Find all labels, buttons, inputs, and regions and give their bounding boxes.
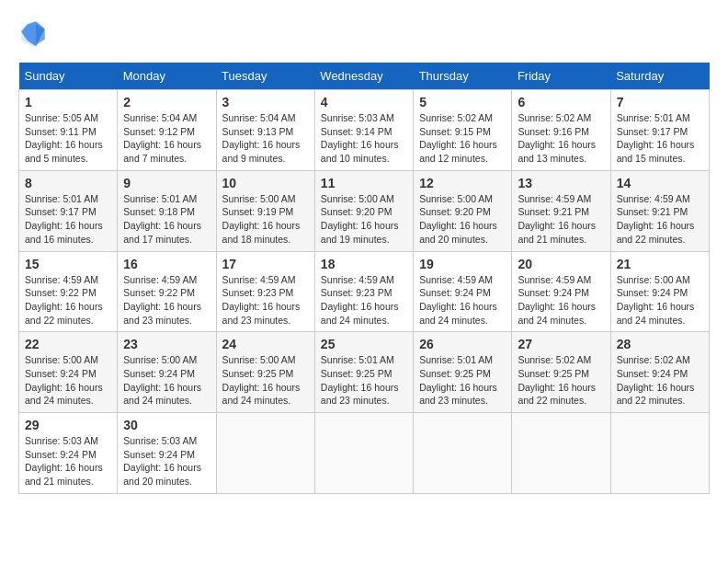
day-info: Sunrise: 4:59 AMSunset: 9:22 PMDaylight:…	[123, 274, 201, 326]
calendar-cell: 18 Sunrise: 4:59 AMSunset: 9:23 PMDaylig…	[314, 251, 413, 332]
day-number: 19	[419, 257, 506, 271]
calendar-week-1: 1 Sunrise: 5:05 AMSunset: 9:11 PMDayligh…	[19, 90, 710, 171]
day-info: Sunrise: 5:01 AMSunset: 9:25 PMDaylight:…	[321, 354, 399, 406]
day-info: Sunrise: 5:04 AMSunset: 9:13 PMDaylight:…	[222, 112, 301, 164]
calendar-cell: 7 Sunrise: 5:01 AMSunset: 9:17 PMDayligh…	[610, 90, 709, 171]
calendar-cell: 24 Sunrise: 5:00 AMSunset: 9:25 PMDaylig…	[216, 332, 314, 413]
calendar-cell: 4 Sunrise: 5:03 AMSunset: 9:14 PMDayligh…	[314, 90, 413, 171]
day-number: 5	[419, 95, 506, 109]
day-number: 4	[321, 95, 407, 109]
calendar-week-2: 8 Sunrise: 5:01 AMSunset: 9:17 PMDayligh…	[19, 170, 710, 251]
calendar-cell: 20 Sunrise: 4:59 AMSunset: 9:24 PMDaylig…	[512, 251, 610, 332]
calendar-cell: 21 Sunrise: 5:00 AMSunset: 9:24 PMDaylig…	[610, 251, 709, 332]
day-info: Sunrise: 4:59 AMSunset: 9:21 PMDaylight:…	[518, 193, 596, 245]
calendar-cell: 6 Sunrise: 5:02 AMSunset: 9:16 PMDayligh…	[512, 90, 610, 171]
day-number: 25	[321, 337, 407, 351]
day-number: 2	[123, 95, 210, 109]
calendar-cell: 14 Sunrise: 4:59 AMSunset: 9:21 PMDaylig…	[610, 170, 709, 251]
day-info: Sunrise: 5:03 AMSunset: 9:24 PMDaylight:…	[25, 435, 103, 487]
day-number: 12	[419, 176, 506, 190]
day-number: 7	[617, 95, 703, 109]
calendar-cell: 8 Sunrise: 5:01 AMSunset: 9:17 PMDayligh…	[19, 170, 118, 251]
calendar-cell	[414, 413, 512, 494]
day-number: 20	[518, 257, 604, 271]
header-saturday: Saturday	[610, 63, 709, 90]
day-number: 9	[123, 176, 210, 190]
calendar-cell	[512, 413, 610, 494]
day-number: 14	[617, 176, 703, 190]
day-number: 16	[123, 257, 210, 271]
calendar-cell: 5 Sunrise: 5:02 AMSunset: 9:15 PMDayligh…	[414, 90, 512, 171]
calendar-cell: 11 Sunrise: 5:00 AMSunset: 9:20 PMDaylig…	[314, 170, 413, 251]
day-number: 6	[518, 95, 604, 109]
header-sunday: Sunday	[19, 63, 118, 90]
day-number: 23	[123, 337, 210, 351]
day-number: 26	[419, 337, 506, 351]
day-info: Sunrise: 5:02 AMSunset: 9:25 PMDaylight:…	[518, 354, 596, 406]
day-number: 13	[518, 176, 604, 190]
calendar-cell	[610, 413, 709, 494]
day-number: 11	[321, 176, 407, 190]
day-info: Sunrise: 5:05 AMSunset: 9:11 PMDaylight:…	[25, 112, 103, 164]
calendar-cell: 19 Sunrise: 4:59 AMSunset: 9:24 PMDaylig…	[414, 251, 512, 332]
day-info: Sunrise: 5:00 AMSunset: 9:19 PMDaylight:…	[222, 193, 301, 245]
day-info: Sunrise: 4:59 AMSunset: 9:21 PMDaylight:…	[617, 193, 695, 245]
day-number: 30	[123, 418, 210, 432]
day-info: Sunrise: 5:01 AMSunset: 9:25 PMDaylight:…	[419, 354, 497, 406]
calendar-cell: 10 Sunrise: 5:00 AMSunset: 9:19 PMDaylig…	[216, 170, 314, 251]
day-number: 15	[25, 257, 111, 271]
day-info: Sunrise: 5:00 AMSunset: 9:20 PMDaylight:…	[419, 193, 497, 245]
header-tuesday: Tuesday	[216, 63, 314, 90]
calendar-cell	[216, 413, 314, 494]
calendar-cell: 17 Sunrise: 4:59 AMSunset: 9:23 PMDaylig…	[216, 251, 314, 332]
calendar-cell	[314, 413, 413, 494]
day-info: Sunrise: 5:03 AMSunset: 9:24 PMDaylight:…	[123, 435, 201, 487]
day-info: Sunrise: 5:00 AMSunset: 9:25 PMDaylight:…	[222, 354, 301, 406]
day-info: Sunrise: 5:00 AMSunset: 9:24 PMDaylight:…	[617, 274, 695, 326]
day-number: 27	[518, 337, 604, 351]
calendar-cell: 9 Sunrise: 5:01 AMSunset: 9:18 PMDayligh…	[118, 170, 216, 251]
day-number: 24	[222, 337, 309, 351]
day-info: Sunrise: 4:59 AMSunset: 9:24 PMDaylight:…	[518, 274, 596, 326]
day-number: 28	[617, 337, 703, 351]
calendar-week-4: 22 Sunrise: 5:00 AMSunset: 9:24 PMDaylig…	[19, 332, 710, 413]
calendar-cell: 2 Sunrise: 5:04 AMSunset: 9:12 PMDayligh…	[118, 90, 216, 171]
day-info: Sunrise: 5:01 AMSunset: 9:17 PMDaylight:…	[617, 112, 695, 164]
calendar-cell: 3 Sunrise: 5:04 AMSunset: 9:13 PMDayligh…	[216, 90, 314, 171]
day-info: Sunrise: 4:59 AMSunset: 9:24 PMDaylight:…	[419, 274, 497, 326]
calendar-cell: 22 Sunrise: 5:00 AMSunset: 9:24 PMDaylig…	[19, 332, 118, 413]
day-info: Sunrise: 5:02 AMSunset: 9:16 PMDaylight:…	[518, 112, 596, 164]
logo	[18, 18, 51, 48]
day-info: Sunrise: 4:59 AMSunset: 9:22 PMDaylight:…	[25, 274, 103, 326]
day-number: 29	[25, 418, 111, 432]
calendar-cell: 29 Sunrise: 5:03 AMSunset: 9:24 PMDaylig…	[19, 413, 118, 494]
day-info: Sunrise: 5:00 AMSunset: 9:20 PMDaylight:…	[321, 193, 399, 245]
day-number: 8	[25, 176, 111, 190]
day-info: Sunrise: 4:59 AMSunset: 9:23 PMDaylight:…	[321, 274, 399, 326]
day-info: Sunrise: 4:59 AMSunset: 9:23 PMDaylight:…	[222, 274, 301, 326]
header-thursday: Thursday	[414, 63, 512, 90]
calendar: SundayMondayTuesdayWednesdayThursdayFrid…	[18, 63, 710, 494]
header-friday: Friday	[512, 63, 610, 90]
logo-icon	[18, 18, 48, 48]
header-monday: Monday	[118, 63, 216, 90]
calendar-cell: 26 Sunrise: 5:01 AMSunset: 9:25 PMDaylig…	[414, 332, 512, 413]
calendar-cell: 1 Sunrise: 5:05 AMSunset: 9:11 PMDayligh…	[19, 90, 118, 171]
day-info: Sunrise: 5:04 AMSunset: 9:12 PMDaylight:…	[123, 112, 201, 164]
day-number: 1	[25, 95, 111, 109]
page-header	[18, 18, 710, 48]
day-number: 18	[321, 257, 407, 271]
calendar-cell: 27 Sunrise: 5:02 AMSunset: 9:25 PMDaylig…	[512, 332, 610, 413]
day-number: 21	[617, 257, 703, 271]
day-number: 3	[222, 95, 309, 109]
calendar-week-3: 15 Sunrise: 4:59 AMSunset: 9:22 PMDaylig…	[19, 251, 710, 332]
day-info: Sunrise: 5:00 AMSunset: 9:24 PMDaylight:…	[123, 354, 201, 406]
day-info: Sunrise: 5:02 AMSunset: 9:24 PMDaylight:…	[617, 354, 695, 406]
day-number: 10	[222, 176, 309, 190]
day-info: Sunrise: 5:03 AMSunset: 9:14 PMDaylight:…	[321, 112, 399, 164]
day-number: 22	[25, 337, 111, 351]
calendar-week-5: 29 Sunrise: 5:03 AMSunset: 9:24 PMDaylig…	[19, 413, 710, 494]
calendar-cell: 15 Sunrise: 4:59 AMSunset: 9:22 PMDaylig…	[19, 251, 118, 332]
day-info: Sunrise: 5:00 AMSunset: 9:24 PMDaylight:…	[25, 354, 103, 406]
calendar-cell: 12 Sunrise: 5:00 AMSunset: 9:20 PMDaylig…	[414, 170, 512, 251]
